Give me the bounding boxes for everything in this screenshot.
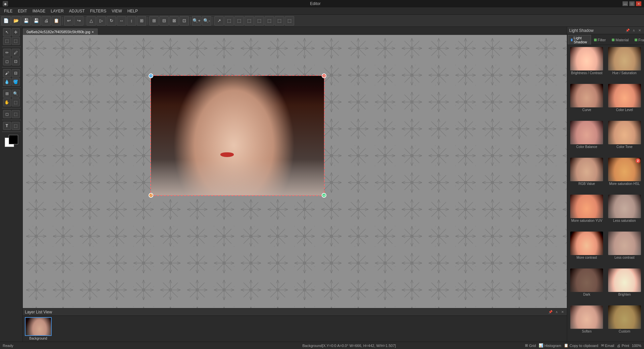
right-panel-pin[interactable]: 📌 [625, 28, 630, 33]
menu-filters[interactable]: FILTERS [88, 8, 109, 14]
tool-zoom[interactable]: 🔍 [12, 90, 20, 98]
filter-item-7[interactable]: 2More saturation HSL [606, 157, 643, 193]
toolbar-arrow[interactable]: ▷ [97, 16, 106, 26]
toolbar-redo[interactable]: ↪ [74, 16, 84, 26]
menu-view[interactable]: VIEW [109, 8, 125, 14]
filter-item-2[interactable]: Curve [569, 83, 605, 119]
toolbar-triangle[interactable]: △ [87, 16, 96, 26]
panel-tab-material[interactable]: Material [609, 35, 632, 45]
toolbar-clipboard[interactable]: 📋 [52, 16, 61, 26]
filter-item-0[interactable]: Brightness / Contrast [569, 46, 605, 82]
handle-bottom-left[interactable]: ↺ [149, 193, 153, 198]
right-panel-close[interactable]: ✕ [637, 28, 642, 33]
tool-bucket[interactable]: 🪣 [12, 78, 20, 86]
filter-item-6[interactable]: RGB Value [569, 157, 605, 193]
filter-item-9[interactable]: Less saturation [606, 194, 643, 230]
email-button[interactable]: ✉ Email [601, 343, 614, 348]
toolbar-select1[interactable]: ⬚ [224, 16, 234, 26]
tool-shape2[interactable]: ⬚ [12, 110, 20, 118]
filter-item-4[interactable]: Color Balance [569, 120, 605, 156]
layer-item-background[interactable]: Background [24, 316, 52, 341]
filter-item-14[interactable]: Soften [569, 305, 605, 340]
filter-item-12[interactable]: Dark [569, 268, 605, 303]
grid-button[interactable]: ⊞ Grid [525, 343, 536, 348]
tool-gradient[interactable]: ⊟ [12, 69, 20, 77]
toolbar-flip-v[interactable]: ↕ [127, 16, 136, 26]
toolbar-select5[interactable]: ⬚ [265, 16, 274, 26]
foreground-color[interactable] [9, 135, 18, 144]
toolbar-zoom-in[interactable]: 🔍+ [192, 16, 201, 26]
tool-shape[interactable]: ◻ [3, 110, 11, 118]
toolbar-select6[interactable]: ⬚ [275, 16, 284, 26]
filter-item-8[interactable]: More saturation YUV [569, 194, 605, 230]
toolbar-open[interactable]: 📂 [11, 16, 21, 26]
clipboard-button[interactable]: 📋 Copy to clipboard [564, 343, 598, 348]
menu-image[interactable]: IMAGE [30, 8, 48, 14]
filter-item-3[interactable]: Color Level [606, 83, 643, 119]
menu-file[interactable]: FILE [1, 8, 15, 14]
toolbar-align3[interactable]: ⊡ [179, 16, 189, 26]
toolbar-zoom-out[interactable]: 🔍- [202, 16, 211, 26]
restore-button[interactable]: □ [629, 1, 635, 6]
filter-item-5[interactable]: Color Tone [606, 120, 643, 156]
file-tab[interactable]: 0af6eb24c5182e7f405855fc5fcf80b.jpg × [23, 29, 98, 35]
layer-panel-pin[interactable]: 📌 [548, 310, 553, 314]
tool-move[interactable]: ✛ [12, 28, 20, 36]
toolbar-cursor[interactable]: ↗ [214, 16, 224, 26]
print-button[interactable]: 🖨 Print [617, 344, 629, 348]
toolbar-align1[interactable]: ⊟ [159, 16, 169, 26]
filter-item-15[interactable]: Custom [606, 305, 643, 340]
tool-crop[interactable]: ⊞ [3, 90, 11, 98]
zoom-display[interactable]: 100% [632, 344, 641, 348]
tool-dropper[interactable]: 💧 [3, 78, 11, 86]
tab-close-icon[interactable]: × [92, 30, 94, 34]
toolbar-select4[interactable]: ⬚ [255, 16, 264, 26]
toolbar-undo[interactable]: ↩ [64, 16, 73, 26]
toolbar-save[interactable]: 💾 [21, 16, 31, 26]
tool-rect-select[interactable]: ⬚ [3, 37, 11, 45]
menu-adjust[interactable]: ADJUST [66, 8, 88, 14]
toolbar-flip-h[interactable]: ↔ [117, 16, 126, 26]
panel-tab-lightshadow[interactable]: Light Shadow [568, 35, 591, 45]
toolbar-print[interactable]: 🖨 [42, 16, 51, 26]
toolbar-rotate[interactable]: ↻ [107, 16, 116, 26]
tool-eraser[interactable]: ◻ [3, 57, 11, 65]
filter-item-1[interactable]: Hue / Saturation [606, 46, 643, 82]
image-container[interactable]: ☰ ✕ ↺ ✛ [150, 75, 325, 196]
tool-stamp[interactable]: ⊡ [12, 57, 20, 65]
toolbar-select2[interactable]: ⬚ [234, 16, 244, 26]
handle-top-right[interactable]: ✕ [322, 73, 326, 78]
close-button[interactable]: ✕ [636, 1, 641, 6]
toolbar-grid2[interactable]: ⊞ [149, 16, 159, 26]
filter-item-11[interactable]: Less contrast [606, 231, 643, 266]
toolbar-grid[interactable]: ⊞ [137, 16, 146, 26]
right-panel-up[interactable]: ∧ [631, 28, 636, 33]
panel-tab-filter[interactable]: Filter [591, 35, 609, 45]
handle-bottom-right[interactable]: ✛ [322, 193, 326, 198]
toolbar-new[interactable]: 📄 [1, 16, 11, 26]
tool-pointer[interactable]: ↖ [3, 28, 11, 36]
toolbar-select3[interactable]: ⬚ [245, 16, 254, 26]
toolbar-save2[interactable]: 💾 [32, 16, 41, 26]
toolbar-align2[interactable]: ⊠ [169, 16, 179, 26]
minimize-button[interactable]: — [623, 1, 628, 6]
tool-lasso[interactable]: ⬚ [12, 37, 20, 45]
tool-brush[interactable]: 🖊 [12, 49, 20, 57]
menu-help[interactable]: HELP [125, 8, 141, 14]
filter-item-13[interactable]: Brighten [606, 268, 643, 303]
color-preview[interactable] [5, 135, 18, 147]
layer-panel-close[interactable]: ✕ [560, 310, 565, 314]
histogram-button[interactable]: 📊 Histogram [539, 343, 561, 348]
toolbar-select7[interactable]: ⬚ [285, 16, 294, 26]
tool-shape3[interactable]: ⬚ [12, 122, 20, 130]
layer-panel-up[interactable]: ∧ [554, 310, 559, 314]
tool-paint[interactable]: 🖌 [3, 69, 11, 77]
tool-hand[interactable]: ✋ [3, 98, 11, 106]
tool-text[interactable]: T [3, 122, 11, 130]
filter-item-10[interactable]: More contrast [569, 231, 605, 266]
handle-top-left[interactable]: ☰ [149, 73, 153, 78]
panel-tab-frame[interactable]: Frame [632, 35, 644, 45]
menu-edit[interactable]: EDIT [15, 8, 30, 14]
tool-misc[interactable]: ⬚ [12, 98, 20, 106]
tool-pencil[interactable]: ✏ [3, 49, 11, 57]
